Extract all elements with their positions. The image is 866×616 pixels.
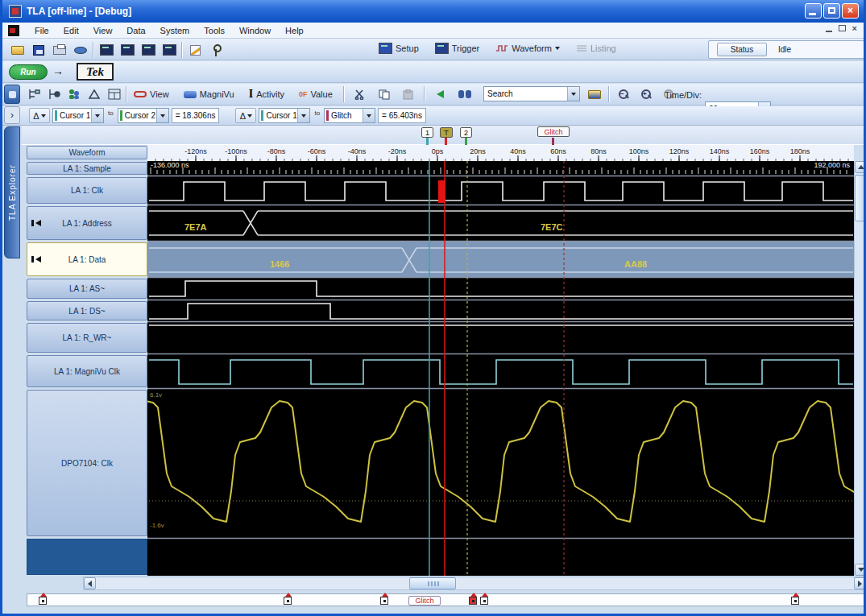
explorer-collapse-icon[interactable]: ›: [4, 106, 20, 124]
menu-item-help[interactable]: Help: [278, 24, 311, 37]
zoom-in-button[interactable]: +: [637, 86, 655, 102]
cursor2-marker-tag[interactable]: 2: [460, 127, 472, 138]
delta-measure-button[interactable]: Δ: [29, 108, 50, 123]
setup-window-button[interactable]: [97, 42, 115, 58]
menu-item-view[interactable]: View: [86, 24, 120, 37]
open-file-button[interactable]: [9, 42, 27, 58]
scroll-left-button[interactable]: [84, 577, 96, 589]
magnivu-button[interactable]: MagniVu: [180, 88, 238, 101]
paste-button[interactable]: [400, 86, 417, 102]
lock-button[interactable]: [207, 42, 225, 58]
trigger-window-button[interactable]: [118, 42, 136, 58]
waveform-window-button[interactable]: [139, 42, 157, 58]
explorer-stub-icon[interactable]: [4, 85, 20, 104]
menu-item-data[interactable]: Data: [119, 24, 152, 37]
bus-group-icon[interactable]: [31, 255, 42, 263]
waveform-row-label[interactable]: DPO7104: Clk: [27, 390, 147, 536]
add-signal-button[interactable]: [45, 86, 63, 102]
glitch-to-combobox[interactable]: Glitch: [324, 108, 375, 123]
setup-button[interactable]: Setup: [375, 41, 423, 56]
delta-time-button[interactable]: [85, 86, 103, 102]
comm-button[interactable]: [72, 42, 89, 58]
toolbar-separator: [181, 42, 183, 58]
status-button[interactable]: Status: [717, 43, 767, 56]
trigger-button[interactable]: Trigger: [431, 41, 483, 56]
dropdown-button[interactable]: [297, 109, 309, 122]
bus-group-icon[interactable]: [31, 219, 42, 227]
overview-marker-flag[interactable]: [469, 597, 477, 605]
run-button[interactable]: Run: [9, 64, 48, 80]
waveform-row-label[interactable]: LA 1: DS~: [27, 301, 147, 320]
search-dropdown-button[interactable]: [567, 87, 579, 101]
overview-marker-flag[interactable]: [284, 597, 292, 605]
menu-item-system[interactable]: System: [153, 24, 197, 37]
cursor-from-combobox-2[interactable]: Cursor 1: [259, 108, 310, 123]
scroll-down-button[interactable]: [855, 564, 866, 576]
cut-button[interactable]: [351, 86, 369, 102]
cursor1-marker-tag[interactable]: 1: [421, 127, 433, 138]
zoom-out-button[interactable]: −: [615, 86, 632, 102]
copy-button[interactable]: [375, 86, 393, 102]
waveform-row-label[interactable]: LA 1: Address: [27, 206, 147, 240]
waveform-button[interactable]: Waveform: [491, 42, 564, 55]
overview-marker-flag[interactable]: [39, 597, 47, 605]
horizontal-scrollbar[interactable]: [83, 577, 866, 590]
waveform-row-label[interactable]: LA 1: AS~: [27, 279, 147, 299]
vertical-scrollbar[interactable]: [854, 161, 866, 576]
close-button[interactable]: ×: [842, 3, 859, 19]
group-button[interactable]: [65, 86, 83, 102]
title-bar[interactable]: TLA [off-line] - [Debug] ×: [2, 0, 864, 23]
properties-button[interactable]: [106, 86, 123, 102]
add-group-button[interactable]: [25, 86, 43, 102]
menu-item-tools[interactable]: Tools: [197, 24, 232, 37]
search-options-button[interactable]: [586, 86, 603, 102]
horizontal-scroll-thumb[interactable]: [409, 577, 456, 589]
menu-item-file[interactable]: File: [27, 24, 56, 37]
waveform-canvas[interactable]: -136.000 ns192.000 ns7E7A7E7C1466AA886.1…: [147, 161, 854, 576]
restore-button[interactable]: [823, 3, 840, 19]
search-prev-button[interactable]: [432, 86, 450, 102]
waveform-column-header[interactable]: Waveform: [27, 146, 147, 159]
waveform-row-label[interactable]: LA 1: R_WR~: [27, 323, 147, 353]
scroll-up-button[interactable]: [855, 161, 866, 173]
minimize-button[interactable]: [805, 3, 822, 19]
activity-button[interactable]: I Activity: [245, 86, 288, 102]
trigger-marker-tag[interactable]: T: [440, 127, 453, 138]
waveform-row-label[interactable]: LA 1: Clk: [27, 177, 147, 204]
chevron-down-icon: [367, 114, 371, 118]
dropdown-button[interactable]: [156, 109, 168, 122]
mdi-close-icon[interactable]: ×: [852, 24, 857, 32]
view-button[interactable]: View: [130, 88, 173, 101]
glitch-marker-tag[interactable]: Glitch: [537, 126, 570, 137]
glitch-overview-tag[interactable]: Glitch: [408, 596, 441, 606]
waveform-row-label[interactable]: LA 1: Data: [27, 242, 147, 276]
listing-window-button[interactable]: [160, 42, 178, 58]
save-button[interactable]: [30, 42, 48, 58]
dropdown-button[interactable]: [91, 109, 103, 122]
value-button[interactable]: 0F Value: [295, 88, 337, 101]
search-combobox[interactable]: Search: [483, 86, 580, 101]
vertical-scroll-thumb[interactable]: [855, 175, 866, 221]
folder-open-icon: [11, 46, 24, 55]
find-button[interactable]: [456, 86, 474, 102]
overview-marker-flag[interactable]: [480, 597, 488, 605]
overview-marker-flag[interactable]: [380, 597, 388, 605]
waveform-row-label[interactable]: LA 1: MagniVu Clk: [27, 355, 147, 387]
cursor-to-combobox[interactable]: Cursor 2: [118, 108, 169, 123]
mdi-restore-icon[interactable]: [839, 25, 846, 31]
dropdown-button[interactable]: [363, 109, 375, 122]
overview-marker-flag[interactable]: [791, 597, 799, 605]
marker-overview-bar[interactable]: Glitch: [27, 593, 864, 606]
mdi-minimize-icon[interactable]: [826, 31, 832, 32]
tla-explorer-tab[interactable]: TLA Explorer: [4, 126, 20, 258]
listing-button[interactable]: Listing: [572, 42, 620, 55]
time-ruler[interactable]: -120ns-100ns-80ns-60ns-40ns-20ns0ps20ns4…: [147, 145, 854, 161]
cursor-from-combobox[interactable]: Cursor 1: [52, 108, 104, 123]
waveform-row-label[interactable]: LA 1: Sample: [27, 162, 147, 175]
menu-item-window[interactable]: Window: [232, 24, 278, 37]
menu-item-edit[interactable]: Edit: [56, 24, 86, 37]
delta-measure-button-2[interactable]: Δ: [235, 108, 256, 123]
scroll-right-button[interactable]: [854, 577, 866, 589]
edit-properties-button[interactable]: [186, 42, 204, 58]
print-button[interactable]: [51, 42, 68, 58]
